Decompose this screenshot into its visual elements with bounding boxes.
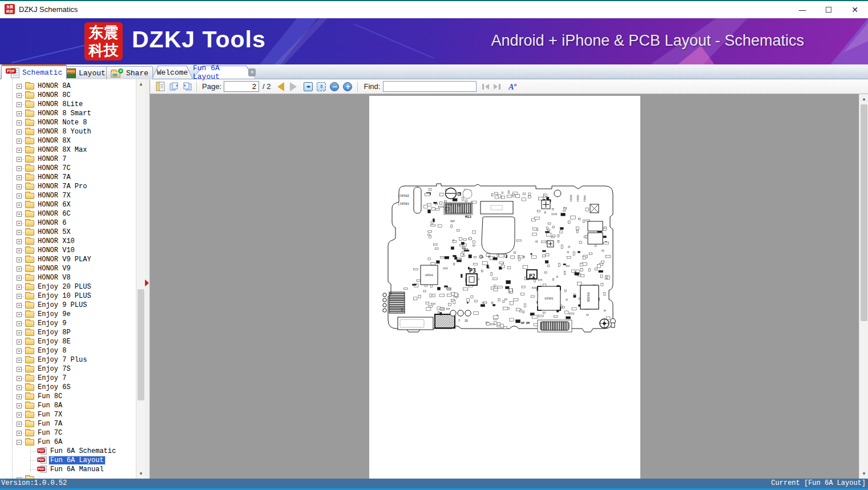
tree-item[interactable]: +HONOR 7X (0, 191, 136, 200)
tree-item[interactable]: +HONOR 7C (0, 164, 136, 173)
tree-item[interactable]: +Enjoy 8P (0, 328, 136, 337)
tree-item[interactable]: +HONOR 8X (0, 136, 136, 145)
expand-icon[interactable]: + (17, 294, 22, 299)
tree-item-label[interactable]: HONOR X10 (37, 237, 76, 245)
tab-share[interactable]: + Share (106, 66, 153, 79)
tree-item[interactable]: +Enjoy 7 Plus (0, 355, 136, 365)
tree-item-label[interactable]: Enjoy 20 PLUS (37, 283, 92, 291)
tree-item[interactable]: +HONOR 8 Smart (0, 109, 136, 118)
expand-icon[interactable]: + (17, 349, 22, 354)
tree-item-label[interactable]: HONOR V9 PLAY (37, 256, 92, 264)
tree-item-label[interactable]: HONOR 8 Youth (37, 128, 92, 136)
tree-item[interactable]: +HONOR Note 8 (0, 118, 136, 127)
tree-item[interactable]: +Enjoy 9 PLUS (0, 301, 136, 310)
scroll-up-icon[interactable]: ▲ (859, 94, 868, 104)
expand-icon[interactable]: + (17, 212, 22, 217)
prev-page-icon[interactable] (277, 82, 284, 91)
tree-item-label[interactable]: HONOR 8Lite (37, 100, 84, 108)
tree-item[interactable]: +HONOR 8Lite (0, 100, 136, 109)
expand-icon[interactable]: + (17, 102, 22, 107)
find-input[interactable] (383, 81, 477, 92)
tree-item-label[interactable]: Fun 6A Schematic (49, 447, 117, 455)
tree-item-label[interactable]: Enjoy 8 (37, 347, 67, 355)
tree-item[interactable]: +Fun 8C (0, 392, 136, 401)
tree-item-label[interactable]: Fun 6A (37, 438, 63, 446)
tree-item[interactable]: +HONOR 7 (0, 155, 136, 164)
expand-icon[interactable]: + (17, 230, 22, 235)
expand-icon[interactable]: + (17, 257, 22, 262)
tree-item[interactable]: PDFFun 6A Layout (0, 456, 136, 465)
expand-icon[interactable]: + (17, 111, 22, 116)
tree-item-label[interactable]: HONOR 7A (37, 173, 72, 181)
fit-page-icon[interactable]: ⇳ (317, 82, 326, 91)
tree-item[interactable]: +HONOR V9 (0, 264, 136, 273)
tree-item-label[interactable]: HONOR 8 Smart (37, 110, 92, 118)
tree-item-label[interactable]: Enjoy 10 PLUS (37, 292, 92, 300)
expand-icon[interactable]: + (17, 175, 22, 180)
tree-item[interactable]: +HONOR V9 PLAY (0, 255, 136, 264)
tree-item[interactable]: +HONOR 7A (0, 173, 136, 182)
tree-item-label[interactable]: Enjoy 9e (37, 310, 72, 318)
tree-item-label[interactable]: HONOR 8X (37, 137, 72, 145)
expand-icon[interactable]: + (17, 266, 22, 272)
tree-item-label[interactable]: HONOR 8C (37, 91, 72, 99)
tree-scrollbar-thumb[interactable] (138, 289, 144, 400)
single-page-icon[interactable] (155, 82, 166, 92)
tree-item-label[interactable]: Enjoy 9 PLUS (37, 301, 88, 309)
tree-item[interactable]: +HONOR V10 (0, 246, 136, 255)
tree-item-label[interactable]: Enjoy 6S (37, 383, 72, 391)
doc-tab-welcome[interactable]: Welcome (152, 66, 193, 79)
tree-item[interactable]: +Fun 8A (0, 401, 136, 410)
expand-icon[interactable]: + (17, 93, 22, 98)
tree-item-label[interactable]: Enjoy 7 Plus (37, 356, 88, 364)
find-next-icon[interactable] (491, 82, 503, 92)
tab-layout[interactable]: PADS Layout (62, 66, 110, 79)
expand-icon[interactable]: + (17, 321, 22, 326)
tree-item[interactable]: +Enjoy 7S (0, 365, 136, 374)
tree-item[interactable]: +Enjoy 9e (0, 310, 136, 319)
tree-item-label[interactable]: HONOR V9 (37, 265, 72, 273)
expand-icon[interactable]: + (17, 403, 22, 408)
tree-item[interactable]: −Fun 6A (0, 438, 136, 447)
tree-item[interactable]: +Enjoy 9 (0, 319, 136, 328)
tree-item-label[interactable]: Enjoy 7S (37, 365, 72, 373)
tree-item-label[interactable]: HONOR 7 (37, 155, 67, 163)
pdf-page[interactable]: [J4502[J4501M13P3DLRTxP3P2U0501U3301U320… (369, 96, 640, 479)
tree-item[interactable]: PDFFun 6A Schematic (0, 447, 136, 456)
tree-item[interactable]: +HONOR 8A (0, 82, 136, 91)
expand-icon[interactable]: + (17, 376, 22, 381)
expand-icon[interactable]: + (17, 221, 22, 226)
expand-icon[interactable]: + (17, 120, 22, 125)
expand-icon[interactable]: + (17, 367, 22, 372)
expand-icon[interactable]: + (17, 148, 22, 153)
tree-item[interactable]: +HONOR V8 (0, 273, 136, 282)
tree-item-label[interactable]: HONOR 8X Max (37, 146, 88, 154)
doc-tab-fun6a-layout[interactable]: Fun 6A Layout ✕ (193, 66, 256, 79)
tree-item[interactable]: +Fun 7X (0, 410, 136, 419)
match-case-icon[interactable]: Aa (508, 82, 516, 92)
tree-item-label[interactable]: HONOR 8A (37, 82, 72, 90)
tree-item-label[interactable]: Fun 7A (37, 420, 63, 428)
tree-item[interactable]: +HONOR 6C (0, 209, 136, 218)
tree-item-label[interactable]: HONOR 7X (37, 192, 72, 200)
expand-icon[interactable]: + (17, 422, 22, 427)
tree-item[interactable]: +HONOR 7A Pro (0, 182, 136, 191)
tree-item[interactable]: +HONOR 8X Max (0, 145, 136, 155)
splitter-collapse-icon[interactable] (145, 280, 149, 286)
collapse-icon[interactable]: − (17, 440, 22, 445)
scroll-down-icon[interactable]: ▼ (136, 469, 146, 479)
fit-width-icon[interactable]: ◂▸ (304, 82, 313, 91)
expand-icon[interactable]: + (17, 312, 22, 317)
minimize-button[interactable]: — (789, 1, 815, 18)
tree-item[interactable]: +Enjoy 20 PLUS (0, 282, 136, 291)
tree-item[interactable]: +Fun 7C (0, 428, 136, 438)
tree-item[interactable]: +HONOR 6 (0, 218, 136, 228)
page-number-input[interactable] (224, 81, 259, 92)
tree-item-label[interactable]: Fun 7X (37, 411, 63, 419)
tree-item[interactable]: +HONOR 6X (0, 200, 136, 209)
close-button[interactable]: ✕ (842, 1, 868, 18)
close-tab-icon[interactable]: ✕ (248, 68, 256, 76)
tree-item-label[interactable]: Fun 7C (37, 429, 63, 437)
tree-item[interactable]: +Enjoy 8E (0, 337, 136, 346)
tree-item-label[interactable]: HONOR 5X (37, 228, 72, 236)
